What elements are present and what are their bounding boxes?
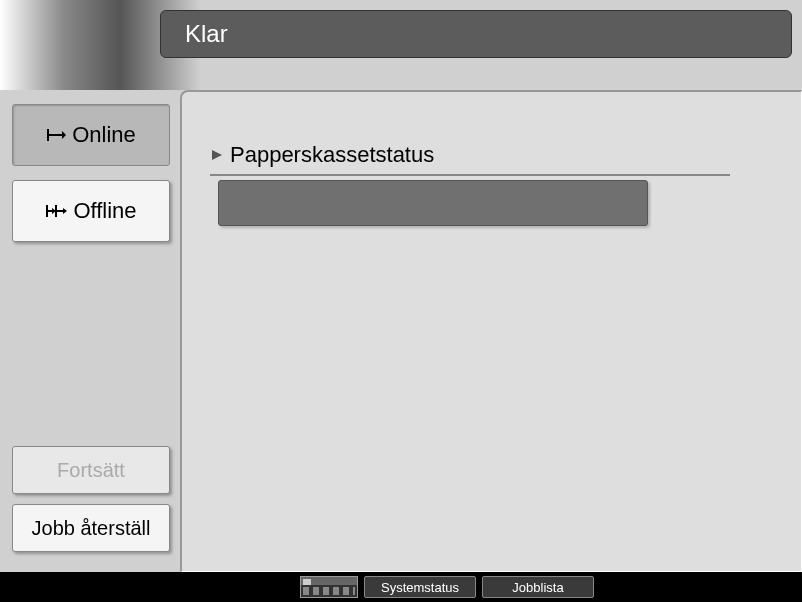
online-button[interactable]: Online [12, 104, 170, 166]
toner-indicator-icon [300, 576, 358, 598]
paper-cassette-status-bar [218, 180, 648, 226]
job-reset-button[interactable]: Jobb återställ [12, 504, 170, 552]
svg-marker-9 [212, 150, 222, 160]
bottom-bar: Systemstatus Jobblista [0, 572, 802, 602]
triangle-icon [210, 142, 224, 168]
sidebar: Online Offline Fortsätt [0, 90, 180, 572]
header-bar: Klar [160, 10, 792, 58]
section-header: Papperskassetstatus [210, 142, 771, 168]
header-title: Klar [185, 20, 228, 48]
section-underline [210, 174, 730, 176]
system-status-button[interactable]: Systemstatus [364, 576, 476, 598]
job-reset-label: Jobb återställ [32, 517, 151, 540]
continue-label: Fortsätt [57, 459, 125, 482]
section-title: Papperskassetstatus [230, 142, 434, 168]
online-icon [46, 127, 66, 143]
system-status-label: Systemstatus [381, 580, 459, 595]
svg-marker-8 [63, 208, 67, 214]
online-label: Online [72, 122, 136, 148]
header-area: Klar [0, 0, 802, 90]
job-list-button[interactable]: Jobblista [482, 576, 594, 598]
continue-button: Fortsätt [12, 446, 170, 494]
offline-button[interactable]: Offline [12, 180, 170, 242]
offline-label: Offline [73, 198, 136, 224]
offline-icon [45, 203, 67, 219]
job-list-label: Jobblista [512, 580, 563, 595]
content-area: Papperskassetstatus [180, 90, 802, 572]
svg-marker-2 [62, 131, 66, 139]
